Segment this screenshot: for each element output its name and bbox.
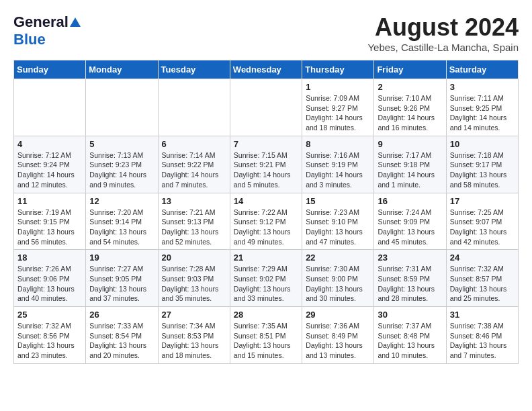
day-number: 18 [17,253,82,263]
day-number: 22 [306,253,370,263]
day-info: Sunrise: 7:09 AM Sunset: 9:27 PM Dayligh… [306,93,370,133]
day-info: Sunrise: 7:28 AM Sunset: 9:03 PM Dayligh… [162,264,226,304]
table-row: 25Sunrise: 7:32 AM Sunset: 8:56 PM Dayli… [14,307,86,364]
month-title: August 2024 [367,13,519,42]
calendar-week-row: 25Sunrise: 7:32 AM Sunset: 8:56 PM Dayli… [14,307,519,364]
table-row: 11Sunrise: 7:19 AM Sunset: 9:15 PM Dayli… [14,193,86,250]
day-info: Sunrise: 7:34 AM Sunset: 8:53 PM Dayligh… [162,321,226,361]
day-number: 20 [162,253,226,263]
table-row: 19Sunrise: 7:27 AM Sunset: 9:05 PM Dayli… [86,250,158,307]
day-number: 21 [234,253,298,263]
page-header: General Blue August 2024 Yebes, Castille… [13,13,519,53]
table-row: 9Sunrise: 7:17 AM Sunset: 9:18 PM Daylig… [374,136,446,193]
day-info: Sunrise: 7:38 AM Sunset: 8:46 PM Dayligh… [450,321,515,361]
day-number: 28 [234,310,298,320]
table-row: 16Sunrise: 7:24 AM Sunset: 9:09 PM Dayli… [374,193,446,250]
day-number: 24 [450,253,515,263]
day-info: Sunrise: 7:32 AM Sunset: 8:57 PM Dayligh… [450,264,515,304]
calendar-week-row: 18Sunrise: 7:26 AM Sunset: 9:06 PM Dayli… [14,250,519,307]
table-row: 6Sunrise: 7:14 AM Sunset: 9:22 PM Daylig… [158,136,230,193]
day-info: Sunrise: 7:15 AM Sunset: 9:21 PM Dayligh… [234,150,298,190]
header-saturday: Saturday [446,60,518,79]
table-row: 21Sunrise: 7:29 AM Sunset: 9:02 PM Dayli… [230,250,302,307]
calendar-week-row: 1Sunrise: 7:09 AM Sunset: 9:27 PM Daylig… [14,79,519,136]
table-row: 26Sunrise: 7:33 AM Sunset: 8:54 PM Dayli… [86,307,158,364]
day-number: 5 [89,139,154,149]
table-row: 28Sunrise: 7:35 AM Sunset: 8:51 PM Dayli… [230,307,302,364]
day-number: 27 [162,310,226,320]
header-monday: Monday [86,60,158,79]
day-info: Sunrise: 7:11 AM Sunset: 9:25 PM Dayligh… [450,93,515,133]
day-info: Sunrise: 7:33 AM Sunset: 8:54 PM Dayligh… [89,321,154,361]
day-number: 14 [234,196,298,206]
table-row: 30Sunrise: 7:37 AM Sunset: 8:48 PM Dayli… [374,307,446,364]
day-info: Sunrise: 7:14 AM Sunset: 9:22 PM Dayligh… [162,150,226,190]
table-row: 14Sunrise: 7:22 AM Sunset: 9:12 PM Dayli… [230,193,302,250]
day-number: 11 [17,196,82,206]
day-info: Sunrise: 7:17 AM Sunset: 9:18 PM Dayligh… [378,150,442,190]
day-number: 3 [450,82,515,92]
day-info: Sunrise: 7:27 AM Sunset: 9:05 PM Dayligh… [89,264,154,304]
day-info: Sunrise: 7:35 AM Sunset: 8:51 PM Dayligh… [234,321,298,361]
day-number: 29 [306,310,370,320]
day-info: Sunrise: 7:16 AM Sunset: 9:19 PM Dayligh… [306,150,370,190]
table-row: 13Sunrise: 7:21 AM Sunset: 9:13 PM Dayli… [158,193,230,250]
day-number: 8 [306,139,370,149]
table-row: 8Sunrise: 7:16 AM Sunset: 9:19 PM Daylig… [302,136,374,193]
table-row: 29Sunrise: 7:36 AM Sunset: 8:49 PM Dayli… [302,307,374,364]
table-row: 27Sunrise: 7:34 AM Sunset: 8:53 PM Dayli… [158,307,230,364]
day-number: 13 [162,196,226,206]
calendar-week-row: 4Sunrise: 7:12 AM Sunset: 9:24 PM Daylig… [14,136,519,193]
day-number: 25 [17,310,82,320]
table-row: 18Sunrise: 7:26 AM Sunset: 9:06 PM Dayli… [14,250,86,307]
table-row: 23Sunrise: 7:31 AM Sunset: 8:59 PM Dayli… [374,250,446,307]
day-number: 17 [450,196,515,206]
day-info: Sunrise: 7:37 AM Sunset: 8:48 PM Dayligh… [378,321,442,361]
day-number: 15 [306,196,370,206]
day-info: Sunrise: 7:25 AM Sunset: 9:07 PM Dayligh… [450,208,515,247]
day-number: 10 [450,139,515,149]
day-info: Sunrise: 7:24 AM Sunset: 9:09 PM Dayligh… [378,208,442,247]
day-number: 7 [234,139,298,149]
day-number: 31 [450,310,515,320]
table-row [158,79,230,136]
day-number: 16 [378,196,442,206]
day-info: Sunrise: 7:29 AM Sunset: 9:02 PM Dayligh… [234,264,298,304]
day-number: 6 [162,139,226,149]
table-row: 12Sunrise: 7:20 AM Sunset: 9:14 PM Dayli… [86,193,158,250]
day-info: Sunrise: 7:12 AM Sunset: 9:24 PM Dayligh… [17,150,82,190]
day-info: Sunrise: 7:10 AM Sunset: 9:26 PM Dayligh… [378,93,442,133]
calendar-header-row: Sunday Monday Tuesday Wednesday Thursday… [14,60,519,79]
day-info: Sunrise: 7:20 AM Sunset: 9:14 PM Dayligh… [89,208,154,247]
day-number: 23 [378,253,442,263]
day-info: Sunrise: 7:31 AM Sunset: 8:59 PM Dayligh… [378,264,442,304]
table-row: 2Sunrise: 7:10 AM Sunset: 9:26 PM Daylig… [374,79,446,136]
table-row: 4Sunrise: 7:12 AM Sunset: 9:24 PM Daylig… [14,136,86,193]
header-wednesday: Wednesday [230,60,302,79]
day-number: 19 [89,253,154,263]
day-info: Sunrise: 7:19 AM Sunset: 9:15 PM Dayligh… [17,208,82,247]
day-number: 9 [378,139,442,149]
table-row: 3Sunrise: 7:11 AM Sunset: 9:25 PM Daylig… [446,79,518,136]
day-number: 4 [17,139,82,149]
table-row: 1Sunrise: 7:09 AM Sunset: 9:27 PM Daylig… [302,79,374,136]
title-area: August 2024 Yebes, Castille-La Mancha, S… [367,13,519,53]
logo-blue: Blue [13,31,46,48]
table-row: 22Sunrise: 7:30 AM Sunset: 9:00 PM Dayli… [302,250,374,307]
day-info: Sunrise: 7:21 AM Sunset: 9:13 PM Dayligh… [162,208,226,247]
calendar-table: Sunday Monday Tuesday Wednesday Thursday… [13,60,519,364]
day-info: Sunrise: 7:32 AM Sunset: 8:56 PM Dayligh… [17,321,82,361]
logo-triangle [70,17,81,27]
table-row: 20Sunrise: 7:28 AM Sunset: 9:03 PM Dayli… [158,250,230,307]
table-row [86,79,158,136]
day-number: 30 [378,310,442,320]
location-subtitle: Yebes, Castille-La Mancha, Spain [367,42,519,53]
day-info: Sunrise: 7:18 AM Sunset: 9:17 PM Dayligh… [450,150,515,190]
calendar-week-row: 11Sunrise: 7:19 AM Sunset: 9:15 PM Dayli… [14,193,519,250]
day-info: Sunrise: 7:36 AM Sunset: 8:49 PM Dayligh… [306,321,370,361]
header-thursday: Thursday [302,60,374,79]
day-number: 1 [306,82,370,92]
table-row [14,79,86,136]
table-row: 7Sunrise: 7:15 AM Sunset: 9:21 PM Daylig… [230,136,302,193]
table-row [230,79,302,136]
